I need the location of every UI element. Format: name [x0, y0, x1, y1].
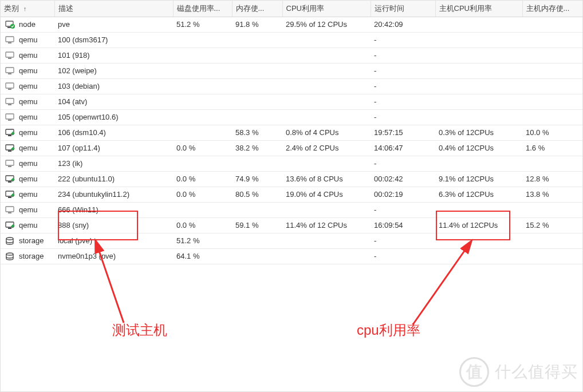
table-row[interactable]: qemu222 (ubuntu11.0)0.0 %74.9 %13.6% of …	[1, 171, 582, 187]
annotation-box-testhost	[58, 211, 138, 240]
cell-desc: 106 (dsm10.4)	[54, 125, 173, 140]
cell-cpu	[282, 78, 371, 94]
table-row[interactable]: storagenvme0n1p3 (pve)64.1 %-	[1, 248, 582, 264]
cell-cpu: 0.8% of 4 CPUs	[282, 125, 371, 140]
col-header-type[interactable]: 类别 ↑	[1, 1, 54, 17]
cell-desc: 105 (openwrt10.6)	[54, 109, 173, 125]
cell-hostmem	[522, 17, 582, 32]
cell-hostcpu	[435, 63, 522, 78]
cell-disk: 0.0 %	[173, 187, 232, 202]
cell-disk: 64.1 %	[173, 248, 232, 264]
type-label: qemu	[19, 52, 38, 60]
table-row[interactable]: qemu103 (debian)-	[1, 78, 582, 94]
cell-mem: 91.8 %	[232, 17, 282, 32]
cell-disk: 51.2 %	[173, 233, 232, 248]
cell-uptime: -	[371, 47, 435, 63]
cell-disk: 0.0 %	[173, 217, 232, 233]
svg-rect-32	[8, 228, 11, 229]
svg-rect-8	[8, 73, 11, 74]
type-label: storage	[19, 252, 44, 261]
annotation-box-cpuutil	[436, 211, 510, 240]
col-header-hostcpu[interactable]: 主机CPU利用率	[435, 1, 522, 17]
cell-cpu: 2.4% of 2 CPUs	[282, 140, 371, 156]
table-row[interactable]: qemu123 (ik)-	[1, 156, 582, 171]
cell-hostmem	[522, 202, 582, 217]
cell-mem	[232, 63, 282, 78]
table-row[interactable]: qemu234 (ubuntukylin11.2)0.0 %80.5 %19.0…	[1, 187, 582, 202]
table-header-row: 类别 ↑ 描述 磁盘使用率... 内存使... CPU利用率 运行时间 主机CP…	[1, 1, 582, 17]
cell-cpu	[282, 94, 371, 109]
cell-cpu	[282, 233, 371, 248]
svg-marker-33	[11, 224, 15, 228]
cell-type: qemu	[1, 32, 54, 47]
cell-cpu: 29.5% of 12 CPUs	[282, 17, 371, 32]
cell-uptime: 19:57:15	[371, 125, 435, 140]
col-header-desc[interactable]: 描述	[54, 1, 173, 17]
col-header-uptime[interactable]: 运行时间	[371, 1, 435, 17]
type-label: qemu	[19, 82, 38, 91]
table-row[interactable]: qemu106 (dsm10.4)58.3 %0.8% of 4 CPUs19:…	[1, 125, 582, 140]
col-header-disk[interactable]: 磁盘使用率...	[173, 1, 232, 17]
type-label: qemu	[19, 175, 38, 184]
vm-running-icon	[5, 144, 15, 152]
vm-stopped-icon	[5, 113, 15, 121]
cell-mem	[232, 109, 282, 125]
cell-mem	[232, 248, 282, 264]
svg-rect-24	[8, 181, 11, 183]
svg-rect-21	[6, 160, 14, 165]
type-label: qemu	[19, 191, 38, 199]
vm-stopped-icon	[5, 36, 15, 44]
cell-mem	[232, 94, 282, 109]
svg-rect-29	[6, 207, 14, 212]
cell-hostmem	[522, 156, 582, 171]
table-row[interactable]: qemu100 (dsm3617)-	[1, 32, 582, 47]
table-row[interactable]: qemu107 (op11.4)0.0 %38.2 %2.4% of 2 CPU…	[1, 140, 582, 156]
cell-desc: 123 (ik)	[54, 156, 173, 171]
table-row[interactable]: qemu102 (weipe)-	[1, 63, 582, 78]
cell-hostcpu	[435, 32, 522, 47]
svg-marker-20	[11, 146, 15, 151]
table-row[interactable]: qemu101 (918)-	[1, 47, 582, 63]
col-header-cpu[interactable]: CPU利用率	[282, 1, 371, 17]
cell-hostcpu: 6.3% of 12CPUs	[435, 187, 522, 202]
svg-rect-9	[6, 83, 14, 88]
cell-disk: 0.0 %	[173, 140, 232, 156]
cell-disk: 0.0 %	[173, 171, 232, 187]
cell-hostcpu: 9.1% of 12CPUs	[435, 171, 522, 187]
cell-desc: pve	[54, 17, 173, 32]
cell-hostcpu	[435, 78, 522, 94]
cell-hostmem	[522, 109, 582, 125]
type-label: qemu	[19, 160, 38, 168]
svg-rect-10	[8, 89, 11, 90]
svg-rect-22	[8, 166, 11, 167]
cell-hostcpu	[435, 17, 522, 32]
data-panel: 类别 ↑ 描述 磁盘使用率... 内存使... CPU利用率 运行时间 主机CP…	[0, 0, 583, 392]
svg-rect-11	[6, 98, 14, 104]
table-row[interactable]: qemu104 (atv)-	[1, 94, 582, 109]
cell-desc: 103 (debian)	[54, 78, 173, 94]
svg-marker-25	[11, 177, 15, 182]
cell-disk	[173, 94, 232, 109]
table-row[interactable]: qemu105 (openwrt10.6)-	[1, 109, 582, 125]
annotation-label-testhost: 测试主机	[112, 321, 167, 339]
cell-mem	[232, 32, 282, 47]
type-label: qemu	[19, 144, 38, 153]
cell-uptime: 14:06:47	[371, 140, 435, 156]
col-header-mem[interactable]: 内存使...	[232, 1, 282, 17]
svg-point-34	[6, 237, 13, 240]
cell-hostmem	[522, 248, 582, 264]
cell-type: storage	[1, 248, 54, 264]
table-row[interactable]: nodepve51.2 %91.8 %29.5% of 12 CPUs20:42…	[1, 17, 582, 32]
cell-hostmem: 12.8 %	[522, 171, 582, 187]
cell-desc: 222 (ubuntu11.0)	[54, 171, 173, 187]
cell-type: qemu	[1, 156, 54, 171]
cell-cpu: 13.6% of 8 CPUs	[282, 171, 371, 187]
type-label: qemu	[19, 206, 38, 215]
cell-uptime: -	[371, 156, 435, 171]
cell-type: qemu	[1, 47, 54, 63]
cell-uptime: 16:09:54	[371, 217, 435, 233]
cell-type: qemu	[1, 187, 54, 202]
storage-icon	[5, 237, 15, 245]
col-header-hostmem[interactable]: 主机内存使...	[522, 1, 582, 17]
svg-rect-6	[8, 58, 11, 59]
